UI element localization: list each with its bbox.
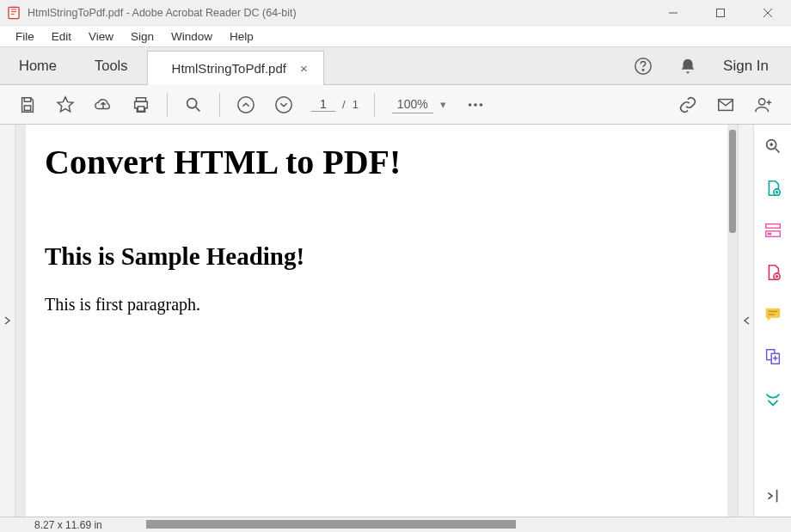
share-cloud-icon[interactable] bbox=[84, 88, 122, 122]
sign-in-button[interactable]: Sign In bbox=[718, 58, 774, 75]
svg-point-13 bbox=[276, 96, 291, 112]
chevron-down-icon[interactable]: ▾ bbox=[440, 98, 446, 111]
menu-file[interactable]: File bbox=[7, 28, 43, 45]
separator bbox=[219, 93, 220, 117]
tab-document[interactable]: HtmlStringToPdf.pdf × bbox=[147, 51, 324, 85]
combine-files-icon[interactable] bbox=[763, 347, 782, 369]
svg-rect-26 bbox=[765, 224, 780, 229]
search-icon[interactable] bbox=[763, 137, 782, 158]
zoom-control[interactable]: 100% ▾ bbox=[392, 95, 446, 113]
star-icon[interactable] bbox=[46, 88, 84, 122]
separator bbox=[374, 93, 375, 117]
right-tool-rail bbox=[753, 125, 791, 517]
share-link-icon[interactable] bbox=[669, 88, 707, 122]
menu-view[interactable]: View bbox=[80, 28, 122, 45]
horizontal-scrollbar-thumb[interactable] bbox=[146, 520, 516, 529]
page-current-input[interactable] bbox=[311, 97, 335, 112]
page-up-icon[interactable] bbox=[227, 88, 265, 122]
left-pane-toggle[interactable] bbox=[0, 125, 15, 517]
minimize-button[interactable] bbox=[649, 0, 696, 26]
help-icon[interactable] bbox=[629, 51, 658, 82]
svg-point-10 bbox=[187, 98, 197, 107]
menu-sign[interactable]: Sign bbox=[122, 28, 162, 45]
more-tools-icon[interactable] bbox=[763, 389, 782, 411]
svg-rect-28 bbox=[767, 233, 771, 235]
page-separator: / bbox=[342, 98, 346, 111]
print-icon[interactable] bbox=[122, 88, 160, 122]
more-options-icon[interactable] bbox=[457, 88, 494, 122]
comment-icon[interactable] bbox=[763, 305, 782, 327]
tab-row: Home Tools HtmlStringToPdf.pdf × Sign In bbox=[0, 47, 791, 85]
menu-help[interactable]: Help bbox=[221, 28, 262, 45]
svg-point-12 bbox=[238, 96, 254, 112]
svg-point-15 bbox=[474, 103, 477, 107]
collapse-rail-icon[interactable] bbox=[763, 486, 782, 508]
page-indicator: / 1 bbox=[311, 97, 359, 112]
zoom-value: 100% bbox=[392, 95, 433, 113]
app-icon bbox=[7, 6, 21, 20]
email-icon[interactable] bbox=[707, 88, 745, 122]
right-pane-toggle[interactable] bbox=[738, 125, 753, 517]
svg-rect-0 bbox=[9, 7, 19, 18]
svg-line-22 bbox=[775, 149, 779, 153]
svg-rect-7 bbox=[24, 105, 30, 110]
close-button[interactable] bbox=[744, 0, 791, 26]
maximize-button[interactable] bbox=[696, 0, 744, 26]
window-title: HtmlStringToPdf.pdf - Adobe Acrobat Read… bbox=[28, 7, 297, 19]
svg-line-11 bbox=[196, 107, 200, 111]
svg-point-16 bbox=[479, 103, 482, 107]
page-down-icon[interactable] bbox=[265, 88, 303, 122]
find-icon[interactable] bbox=[175, 88, 212, 122]
tab-home[interactable]: Home bbox=[0, 47, 76, 84]
doc-paragraph: This is first paragraph. bbox=[45, 295, 708, 315]
separator bbox=[167, 93, 168, 117]
doc-heading-1: Convert HTML to PDF! bbox=[45, 142, 708, 182]
notifications-icon[interactable] bbox=[673, 51, 702, 82]
tab-document-label: HtmlStringToPdf.pdf bbox=[172, 61, 286, 76]
svg-rect-9 bbox=[138, 106, 144, 110]
page-dimensions: 8.27 x 11.69 in bbox=[34, 519, 102, 531]
pdf-page: Convert HTML to PDF! This is Sample Head… bbox=[26, 125, 727, 517]
svg-point-14 bbox=[468, 103, 471, 107]
content-area: Convert HTML to PDF! This is Sample Head… bbox=[0, 125, 791, 517]
edit-pdf-icon[interactable] bbox=[763, 221, 782, 242]
tab-tools[interactable]: Tools bbox=[76, 47, 147, 84]
svg-point-6 bbox=[642, 69, 643, 70]
save-icon[interactable] bbox=[9, 88, 46, 122]
export-pdf-icon[interactable] bbox=[763, 179, 782, 200]
svg-rect-2 bbox=[716, 9, 724, 16]
horizontal-scrollbar[interactable] bbox=[146, 520, 731, 530]
menu-edit[interactable]: Edit bbox=[43, 28, 80, 45]
account-add-icon[interactable] bbox=[745, 88, 782, 122]
status-bar: 8.27 x 11.69 in bbox=[0, 517, 791, 532]
tab-close-icon[interactable]: × bbox=[300, 61, 308, 76]
window-titlebar: HtmlStringToPdf.pdf - Adobe Acrobat Read… bbox=[0, 0, 791, 26]
doc-heading-2: This is Sample Heading! bbox=[45, 242, 708, 271]
svg-point-18 bbox=[759, 98, 765, 104]
vertical-scrollbar[interactable] bbox=[729, 130, 736, 233]
main-toolbar: / 1 100% ▾ bbox=[0, 85, 791, 125]
page-total: 1 bbox=[353, 98, 359, 111]
document-viewport[interactable]: Convert HTML to PDF! This is Sample Head… bbox=[15, 125, 738, 517]
menubar: File Edit View Sign Window Help bbox=[0, 26, 791, 47]
menu-window[interactable]: Window bbox=[162, 28, 221, 45]
create-pdf-icon[interactable] bbox=[763, 263, 782, 284]
